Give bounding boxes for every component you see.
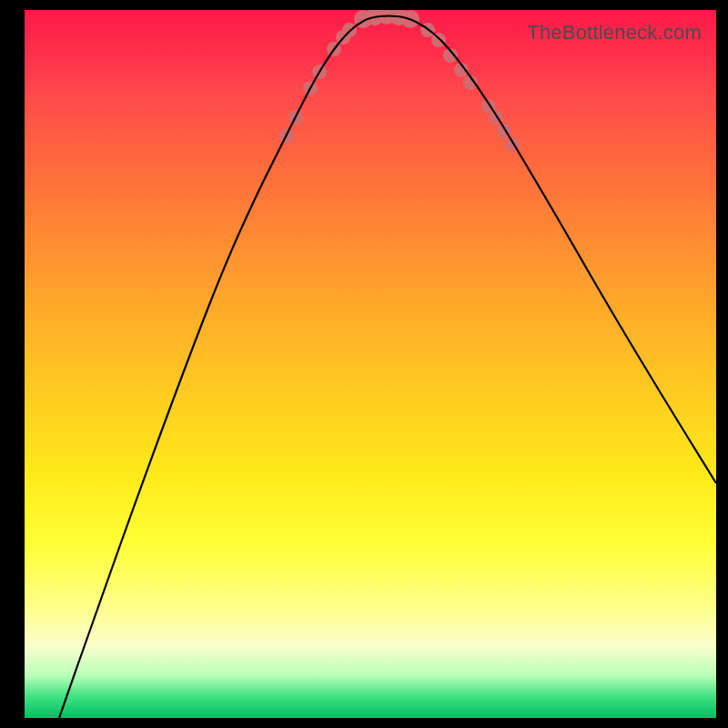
chart-svg	[25, 10, 716, 718]
bottleneck-curve	[59, 16, 716, 719]
chart-frame: TheBottleneck.com	[0, 0, 728, 728]
plot-area: TheBottleneck.com	[25, 10, 716, 718]
data-marker	[431, 33, 446, 47]
